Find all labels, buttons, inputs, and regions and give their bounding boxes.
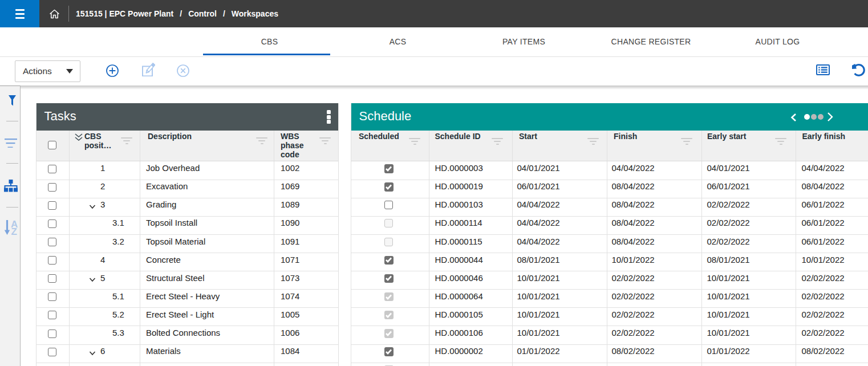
- svg-text:Z: Z: [11, 226, 17, 235]
